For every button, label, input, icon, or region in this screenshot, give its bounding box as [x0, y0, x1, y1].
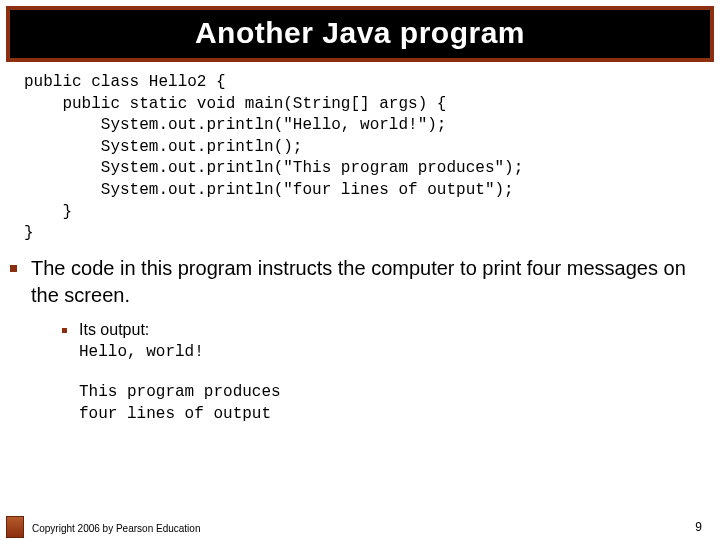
footer: Copyright 2006 by Pearson Education 9 [0, 520, 720, 534]
code-block: public class Hello2 { public static void… [24, 72, 696, 245]
output-line-first: Hello, world! [79, 343, 204, 361]
main-bullet-row: The code in this program instructs the c… [24, 255, 696, 309]
copyright-text: Copyright 2006 by Pearson Education [32, 523, 200, 534]
slide-title: Another Java program [10, 16, 710, 50]
square-bullet-icon [10, 265, 17, 272]
sub-text: Its output: Hello, world! [79, 319, 204, 364]
sub-label: Its output: [79, 321, 149, 338]
small-square-bullet-icon [62, 328, 67, 333]
sub-bullet-row: Its output: Hello, world! [62, 319, 696, 364]
page-number: 9 [695, 520, 702, 534]
title-bar: Another Java program [6, 6, 714, 62]
output-block: This program produces four lines of outp… [79, 382, 696, 425]
body-text: The code in this program instructs the c… [31, 255, 696, 309]
slide-content: public class Hello2 { public static void… [0, 62, 720, 425]
